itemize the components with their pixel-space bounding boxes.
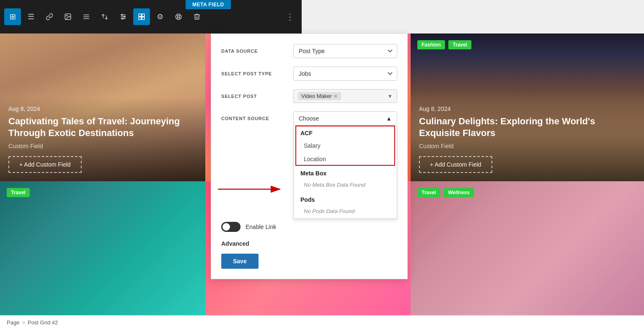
advanced-label: Advanced	[221, 240, 397, 247]
select-post-type-select[interactable]: Jobs Posts Pages	[293, 67, 397, 81]
svg-point-17	[179, 15, 180, 16]
card-3: Fashion Travel Aug 8, 2024 Culinary Deli…	[411, 33, 644, 181]
card-1-subtitle: Custom Field	[8, 143, 197, 149]
acf-header: ACF	[294, 126, 397, 139]
toggle-knob	[222, 223, 230, 231]
svg-rect-11	[139, 14, 141, 16]
trash-icon-button[interactable]	[189, 8, 205, 25]
svg-rect-12	[142, 14, 145, 16]
list-icon-button[interactable]: ☰	[23, 8, 39, 25]
tag-wellness: Wellness	[444, 188, 474, 197]
toolbar: META FIELD ⊞ ☰ ⚙ ⋮	[0, 0, 302, 33]
remove-post-tag[interactable]: ✕	[334, 93, 338, 99]
card-1: Aug 8, 2024 Captivating Tales of Travel:…	[0, 33, 205, 181]
svg-point-9	[124, 16, 125, 18]
meta-field-tooltip: META FIELD	[186, 0, 231, 9]
image-icon-button[interactable]	[59, 8, 76, 25]
svg-point-8	[122, 14, 123, 15]
card-1-date: Aug 8, 2024	[8, 105, 197, 112]
card-4: Travel	[0, 181, 205, 315]
arrow-indicator	[218, 183, 289, 197]
card-3-subtitle: Custom Field	[419, 143, 636, 149]
data-source-label: DATA SOURCE	[221, 49, 288, 54]
sliders-icon-button[interactable]	[115, 8, 132, 25]
breadcrumb-separator: >	[22, 319, 25, 326]
select-post-label: SELECT POST	[221, 94, 288, 99]
pods-header: Pods	[294, 192, 397, 206]
svg-point-15	[176, 14, 181, 20]
svg-point-1	[66, 15, 67, 16]
post-select-chevron: ▼	[388, 93, 393, 99]
tag-fashion: Fashion	[417, 40, 445, 49]
card-3-title: Culinary Delights: Exploring the World's…	[419, 116, 636, 139]
content-source-row: CONTENT SOURCE Choose ▲ ACF Salary Locat…	[221, 111, 397, 126]
card-3-date: Aug 8, 2024	[419, 105, 636, 112]
content-source-menu: ACF Salary Location Meta Box No Meta Box…	[293, 126, 397, 219]
data-source-select[interactable]: Post Type Custom Query Current Query	[293, 44, 397, 58]
content-source-chevron: ▲	[386, 115, 392, 122]
card-3-add-button[interactable]: + Add Custom Field	[419, 156, 492, 173]
breadcrumb-current: Post Grid #2	[28, 319, 58, 326]
svg-point-19	[179, 17, 180, 18]
meta-box-header: Meta Box	[294, 166, 397, 179]
card-1-add-button[interactable]: + Add Custom Field	[8, 156, 82, 173]
select-post-type-row: SELECT POST TYPE Jobs Posts Pages	[221, 67, 397, 81]
card-1-title: Captivating Tales of Travel: Journeying …	[8, 116, 197, 139]
breadcrumb: Page > Post Grid #2	[0, 316, 644, 329]
align-icon-button[interactable]	[78, 8, 95, 25]
enable-link-toggle[interactable]	[221, 222, 241, 232]
box-icon-button[interactable]	[133, 8, 150, 25]
content-source-value: Choose	[299, 115, 319, 122]
tag-travel-br: Travel	[417, 188, 440, 197]
palette-icon-button[interactable]	[170, 8, 187, 25]
select-post-type-label: SELECT POST TYPE	[221, 71, 288, 76]
gear-icon-button[interactable]: ⚙	[152, 8, 168, 25]
card-4-tags: Travel	[7, 188, 31, 197]
dropdown-item-location[interactable]: Location	[294, 152, 397, 166]
card-3-overlay: Aug 8, 2024 Culinary Delights: Exploring…	[411, 97, 644, 181]
svg-point-18	[177, 17, 178, 18]
arrows-icon-button[interactable]	[96, 8, 113, 25]
dropdown-item-salary[interactable]: Salary	[294, 139, 397, 152]
more-options-button[interactable]: ⋮	[282, 8, 297, 25]
meta-box-no-data: No Meta Box Data Found	[294, 179, 397, 192]
breadcrumb-page: Page	[7, 319, 19, 326]
selected-post-tag: Video Maker ✕	[298, 92, 341, 100]
grid-icon-button[interactable]: ⊞	[4, 8, 21, 25]
tag-travel-bottom: Travel	[7, 188, 30, 197]
enable-link-label: Enable Link	[246, 224, 276, 230]
save-button[interactable]: Save	[221, 254, 259, 269]
tag-travel: Travel	[448, 40, 471, 49]
content-source-label: CONTENT SOURCE	[221, 116, 288, 121]
card-3-tags: Fashion Travel	[417, 40, 473, 49]
svg-rect-13	[139, 17, 141, 20]
svg-point-10	[122, 18, 123, 19]
link-icon-button[interactable]	[41, 8, 58, 25]
svg-point-16	[177, 15, 178, 16]
content-source-dropdown-container: Choose ▲ ACF Salary Location Meta Box No…	[293, 111, 397, 126]
content-source-trigger[interactable]: Choose ▲	[293, 111, 397, 126]
card-1-overlay: Aug 8, 2024 Captivating Tales of Travel:…	[0, 97, 205, 181]
card-6-tags: Travel Wellness	[417, 188, 476, 197]
svg-rect-14	[142, 17, 145, 20]
pods-no-data: No Pods Data Found	[294, 206, 397, 218]
enable-link-row: Enable Link	[221, 222, 397, 232]
panel-actions: Save	[221, 254, 397, 269]
settings-panel: DATA SOURCE Post Type Custom Query Curre…	[211, 33, 408, 279]
select-post-row: SELECT POST Video Maker ✕ ▼	[221, 89, 397, 103]
card-6: Travel Wellness	[411, 181, 644, 315]
select-post-field[interactable]: Video Maker ✕ ▼	[293, 89, 397, 103]
data-source-row: DATA SOURCE Post Type Custom Query Curre…	[221, 44, 397, 58]
